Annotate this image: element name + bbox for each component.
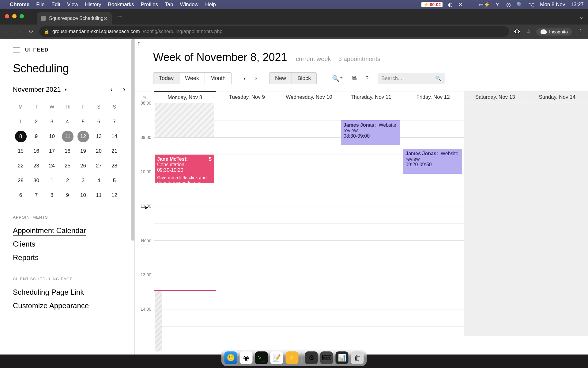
menubar-file[interactable]: File [36, 2, 44, 8]
minicalendar-day[interactable]: 15 [13, 144, 28, 159]
minicalendar-day[interactable]: 10 [75, 188, 91, 203]
zoom-icon[interactable]: 🔍⁺ [332, 75, 343, 82]
minicalendar-day[interactable]: 27 [91, 159, 107, 173]
minicalendar-day[interactable]: 7 [28, 188, 44, 203]
block-button[interactable]: Block [292, 73, 316, 84]
minicalendar-day[interactable]: 30 [28, 173, 44, 188]
day-header-tue[interactable]: Tuesday, Nov 9 [216, 91, 278, 103]
minicalendar-day[interactable]: 22 [13, 159, 28, 173]
minicalendar-day[interactable]: 24 [44, 159, 60, 173]
day-header-sun[interactable]: Sunday, Nov 14 [526, 91, 588, 103]
help-icon[interactable]: ? [365, 75, 368, 82]
dock-finder-icon[interactable]: 🙂 [224, 351, 237, 364]
minicalendar-day[interactable]: 7 [107, 114, 122, 129]
nav-customize-appearance[interactable]: Customize Appearance [13, 299, 125, 312]
minicalendar-day[interactable]: 11 [62, 131, 74, 142]
spotlight-icon[interactable]: 🔍 [516, 2, 523, 8]
battery-timer-badge[interactable]: ⚡00:02 [421, 2, 443, 7]
control-center-icon[interactable]: ⌥ [528, 2, 534, 8]
status-icon-2[interactable]: ✕ [458, 2, 462, 8]
minicalendar-day[interactable]: 26 [75, 159, 91, 173]
dock-recent-3-icon[interactable]: 📊 [336, 351, 349, 364]
day-column[interactable] [278, 103, 340, 336]
minicalendar-day[interactable]: 16 [28, 144, 44, 159]
minicalendar-day[interactable]: 6 [13, 188, 28, 203]
nav-reports[interactable]: Reports [13, 251, 125, 264]
day-column[interactable] [216, 103, 278, 336]
day-header-wed[interactable]: Wednesday, Nov 10 [278, 91, 340, 103]
nav-reload-button[interactable]: ⟳ [28, 28, 35, 35]
dock-chrome-icon[interactable]: ◉ [240, 351, 253, 364]
day-column[interactable] [464, 103, 526, 336]
day-header-thu[interactable]: Thursday, Nov 11 [340, 91, 402, 103]
minicalendar-day[interactable]: 18 [60, 144, 75, 159]
minicalendar-day[interactable]: 1 [13, 114, 28, 129]
minicalendar-month[interactable]: November 2021 [13, 86, 61, 94]
week-button[interactable]: Week [179, 73, 205, 84]
battery-icon[interactable]: ▭⚡ [479, 2, 490, 8]
profile-indicator[interactable]: Incognito [536, 28, 572, 36]
minicalendar-day[interactable]: 11 [91, 188, 107, 203]
appointment-block[interactable]: James Jonas: Website review08:30-09:00 [341, 120, 400, 145]
minicalendar-day[interactable]: 4 [91, 173, 107, 188]
hamburger-icon[interactable] [13, 48, 20, 52]
month-button[interactable]: Month [205, 73, 231, 84]
menubar-view[interactable]: View [67, 2, 78, 8]
week-next-button[interactable]: › [255, 75, 257, 82]
minicalendar-day[interactable]: 28 [107, 159, 122, 173]
menubar-history[interactable]: History [85, 2, 101, 8]
minicalendar-day[interactable]: 12 [77, 131, 89, 142]
window-close-button[interactable] [5, 14, 9, 18]
minicalendar-day[interactable]: 9 [28, 129, 44, 144]
dock-recent-2-icon[interactable]: ⌨ [320, 351, 333, 364]
minicalendar-day[interactable]: 8 [15, 131, 27, 142]
new-button[interactable]: New [270, 73, 292, 84]
bookmark-star-icon[interactable]: ☆ [526, 28, 531, 35]
nav-appointment-calendar[interactable]: Appointment Calendar [13, 224, 125, 237]
dock-notes-icon[interactable]: 📝 [270, 351, 283, 364]
minicalendar-day[interactable]: 9 [60, 188, 75, 203]
nav-back-button[interactable]: ← [4, 28, 12, 35]
status-icon-3[interactable]: ⋯ [468, 2, 473, 8]
menubar-edit[interactable]: Edit [51, 2, 60, 8]
minicalendar-day[interactable]: 25 [60, 159, 75, 173]
appointment-block[interactable]: James Jonas: Website review09:20-09:50 [403, 149, 462, 174]
week-prev-button[interactable]: ‹ [244, 75, 246, 82]
nav-forward-button[interactable]: → [16, 28, 23, 35]
minicalendar-day[interactable]: 2 [28, 114, 44, 129]
eye-off-icon[interactable]: 👁‍🗨 [514, 28, 520, 35]
day-header-fri[interactable]: Friday, Nov 12 [402, 91, 464, 103]
browser-menu-icon[interactable]: ⋮ [578, 28, 584, 35]
dock-recent-1-icon[interactable]: ⚙ [305, 351, 318, 364]
minicalendar-day[interactable]: 3 [44, 114, 60, 129]
minicalendar-day[interactable]: 17 [44, 144, 60, 159]
nav-clients[interactable]: Clients [13, 237, 125, 251]
minicalendar-day[interactable]: 4 [60, 114, 75, 129]
address-bar[interactable]: 🔒 grouse-mandarin-sxnl.squarespace.com/c… [39, 26, 509, 37]
day-header-mon[interactable]: Monday, Nov 8 [154, 91, 216, 103]
minicalendar-day[interactable]: 21 [107, 144, 122, 159]
menubar-time[interactable]: 13:27 [571, 2, 584, 8]
minicalendar-day[interactable]: 5 [75, 114, 91, 129]
new-tab-button[interactable]: + [115, 12, 125, 22]
minicalendar-day[interactable]: 19 [75, 144, 91, 159]
day-column[interactable]: James Jonas: Website review09:20-09:50 [402, 103, 464, 336]
browser-tab[interactable]: Squarespace Scheduling ✕ [37, 12, 112, 25]
menubar-profiles[interactable]: Profiles [141, 2, 158, 8]
user-switch-icon[interactable]: ◎ [506, 2, 511, 8]
month-prev-button[interactable]: ‹ [110, 86, 112, 94]
status-icon-1[interactable]: ◐ [448, 2, 453, 8]
month-next-button[interactable]: › [123, 86, 125, 94]
minicalendar-day[interactable]: 23 [28, 159, 44, 173]
day-column[interactable]: $Jane McTest: Consultation09:30-10:20Giv… [154, 103, 216, 336]
day-header-sat[interactable]: Saturday, Nov 13 [464, 91, 526, 103]
window-zoom-button[interactable] [20, 14, 24, 18]
appointment-block[interactable]: $Jane McTest: Consultation09:30-10:20Giv… [155, 155, 214, 183]
today-button[interactable]: Today [153, 73, 179, 84]
minicalendar-day[interactable]: 10 [44, 129, 60, 144]
minicalendar-day[interactable]: 13 [91, 129, 107, 144]
tab-overflow-icon[interactable]: ⌄ [579, 13, 584, 20]
dock-trash-icon[interactable]: 🗑 [351, 351, 364, 364]
menubar-tab[interactable]: Tab [165, 2, 173, 8]
tab-close-icon[interactable]: ✕ [104, 16, 107, 21]
